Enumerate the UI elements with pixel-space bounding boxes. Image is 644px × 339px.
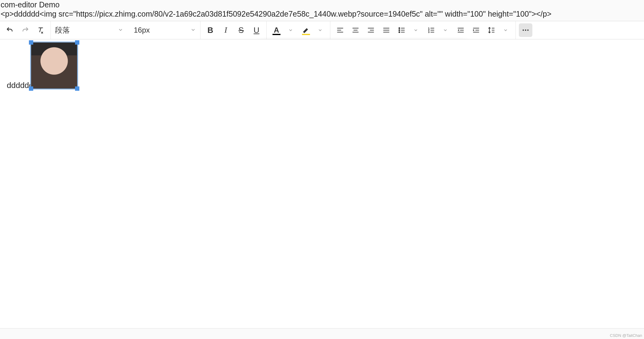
resize-handle-tl[interactable] <box>29 40 33 45</box>
align-justify-button[interactable] <box>380 23 393 37</box>
chevron-down-icon <box>190 26 196 34</box>
bold-button[interactable]: B <box>204 23 217 37</box>
paragraph-group: 123 <box>330 21 516 39</box>
align-center-button[interactable] <box>349 23 362 37</box>
page-title: com-editor Demo <box>0 0 644 9</box>
format-group: 段落 16px <box>51 21 201 39</box>
image-placeholder <box>31 42 77 89</box>
svg-point-2 <box>399 32 400 33</box>
text-color-dropdown[interactable] <box>284 23 297 37</box>
history-group <box>0 21 51 39</box>
svg-point-1 <box>399 30 400 30</box>
redo-button[interactable] <box>18 23 32 37</box>
undo-button[interactable] <box>3 23 17 37</box>
color-group: A <box>267 21 330 39</box>
more-button[interactable] <box>519 23 532 37</box>
ordered-list-button[interactable]: 123 <box>424 23 438 37</box>
chevron-down-icon <box>118 26 123 34</box>
svg-point-7 <box>525 30 526 31</box>
outdent-button[interactable] <box>454 23 467 37</box>
raw-html-preview: <p>dddddd<img src="https://picx.zhimg.co… <box>0 9 644 18</box>
text-style-group: B I S U <box>201 21 267 39</box>
watermark: CSDN @TaitChan <box>610 333 642 338</box>
resize-handle-bl[interactable] <box>29 86 33 91</box>
line-height-button[interactable] <box>485 23 498 37</box>
selected-image[interactable] <box>30 42 78 90</box>
svg-text:3: 3 <box>428 31 429 34</box>
block-format-value: 段落 <box>55 25 70 35</box>
font-size-select[interactable]: 16px <box>129 23 200 37</box>
resize-handle-br[interactable] <box>75 86 79 91</box>
text-color-button[interactable]: A <box>270 23 283 37</box>
editor-content[interactable]: dddddd <box>0 39 644 329</box>
line-height-dropdown[interactable] <box>499 23 512 37</box>
highlight-dropdown[interactable] <box>313 23 327 37</box>
block-format-select[interactable]: 段落 <box>51 23 128 37</box>
italic-button[interactable]: I <box>219 23 233 37</box>
more-group <box>516 21 535 39</box>
font-size-value: 16px <box>134 26 150 34</box>
highlight-button[interactable] <box>299 23 313 37</box>
bullet-list-dropdown[interactable] <box>409 23 423 37</box>
svg-point-0 <box>399 28 400 29</box>
svg-point-8 <box>527 30 528 31</box>
bullet-list-button[interactable] <box>395 23 408 37</box>
align-left-button[interactable] <box>333 23 347 37</box>
ordered-list-dropdown[interactable] <box>439 23 452 37</box>
align-right-button[interactable] <box>364 23 378 37</box>
highlight-color-swatch <box>302 34 310 35</box>
editor-toolbar: 段落 16px B I S U A <box>0 21 644 39</box>
indent-button[interactable] <box>469 23 483 37</box>
text-color-swatch <box>272 34 280 35</box>
svg-point-6 <box>523 30 524 31</box>
strikethrough-button[interactable]: S <box>234 23 248 37</box>
underline-button[interactable]: U <box>250 23 263 37</box>
resize-handle-tr[interactable] <box>75 40 79 45</box>
clear-format-button[interactable] <box>34 23 47 37</box>
